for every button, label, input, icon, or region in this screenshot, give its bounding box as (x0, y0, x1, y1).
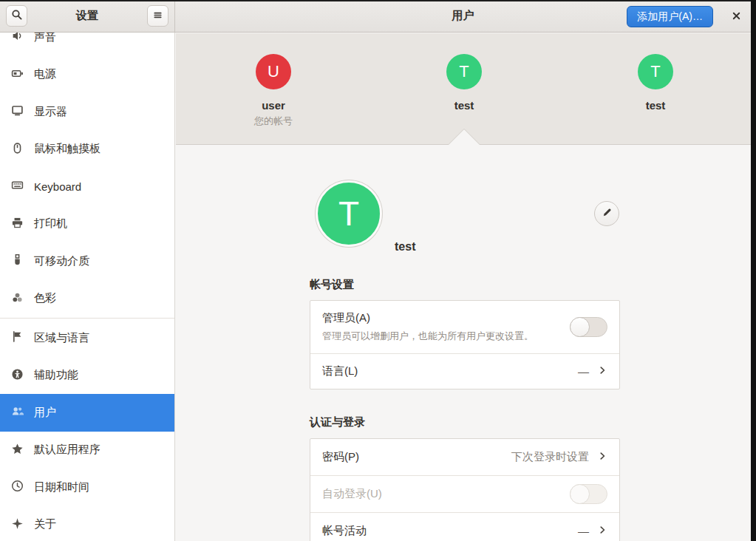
sidebar-item-power[interactable]: 电源 (0, 56, 174, 94)
carousel-user-test-selected[interactable]: T test (420, 54, 508, 112)
battery-icon (11, 67, 24, 82)
user-subtitle: 您的帐号 (229, 115, 318, 128)
usb-icon (11, 254, 24, 268)
sidebar-item-mouse[interactable]: 鼠标和触摸板 (0, 131, 174, 169)
password-row[interactable]: 密码(P) 下次登录时设置 (310, 439, 619, 475)
sidebar-item-label: 关于 (34, 517, 56, 531)
sidebar-item-default-apps[interactable]: 默认应用程序 (0, 432, 174, 469)
sidebar-item-label: 显示器 (34, 105, 67, 119)
user-carousel: U user 您的帐号 T test T test (176, 33, 751, 145)
keyboard-icon (11, 179, 24, 194)
sidebar-item-accessibility[interactable]: 辅助功能 (0, 357, 174, 395)
admin-row-text: 管理员(A) 管理员可以增删用户，也能为所有用户更改设置。 (322, 311, 534, 343)
sidebar-item-label: 用户 (34, 406, 56, 420)
sidebar-item-label: 可移动介质 (34, 254, 89, 268)
users-panel: U user 您的帐号 T test T test T test 帐号设置 (176, 33, 751, 541)
screen-edge-top (0, 0, 756, 1)
account-activity-row[interactable]: 帐号活动 — (310, 512, 619, 541)
account-activity-row-end: — (578, 525, 607, 537)
sidebar-item-color[interactable]: 色彩 (0, 280, 174, 318)
profile-name: test (395, 240, 415, 254)
language-row[interactable]: 语言(L) — (310, 353, 619, 389)
chevron-right-icon (597, 365, 607, 378)
chevron-right-icon (597, 451, 607, 463)
mouse-icon (11, 142, 24, 157)
account-settings-card: 管理员(A) 管理员可以增删用户，也能为所有用户更改设置。 语言(L) — (310, 300, 620, 389)
sidebar-item-removable-media[interactable]: 可移动介质 (0, 242, 174, 280)
toggle-knob (570, 484, 590, 504)
admin-label: 管理员(A) (322, 311, 534, 325)
sidebar-item-label: 辅助功能 (34, 368, 78, 382)
toggle-knob (570, 317, 590, 337)
auth-login-card: 密码(P) 下次登录时设置 自动登录(U) 帐号活动 — (310, 438, 620, 541)
password-row-end: 下次登录时设置 (511, 450, 607, 464)
titlebar: 设置 用户 添加用户(A)… (0, 0, 751, 33)
display-icon (11, 104, 24, 119)
sidebar-item-label: 日期和时间 (34, 480, 89, 494)
pencil-icon (602, 207, 613, 220)
sidebar-item-label: 区域与语言 (34, 331, 89, 345)
speaker-icon (11, 33, 24, 44)
sidebar-separator (0, 318, 174, 319)
admin-row: 管理员(A) 管理员可以增删用户，也能为所有用户更改设置。 (310, 301, 619, 353)
account-activity-label: 帐号活动 (322, 524, 367, 538)
language-value: — (578, 365, 589, 378)
edit-name-button[interactable] (594, 201, 619, 226)
selection-pointer (449, 129, 480, 145)
sidebar-item-label: Keyboard (34, 180, 81, 193)
sidebar: 声音 电源 显示器 鼠标和触摸板 Keyboard 打印机 (0, 33, 175, 541)
user-name: test (611, 99, 700, 112)
sidebar-item-region-language[interactable]: 区域与语言 (0, 319, 174, 357)
sparkle-icon (11, 517, 24, 532)
profile-avatar[interactable]: T (316, 180, 382, 247)
star-icon (11, 443, 24, 457)
close-icon (731, 10, 742, 24)
sidebar-item-displays[interactable]: 显示器 (0, 93, 174, 131)
password-label: 密码(P) (322, 450, 359, 464)
language-row-end: — (578, 365, 607, 378)
titlebar-left: 设置 (0, 0, 175, 32)
autologin-row: 自动登录(U) (310, 475, 619, 512)
color-icon (11, 291, 24, 306)
printer-icon (11, 217, 24, 231)
search-icon (11, 9, 23, 23)
accessibility-icon (11, 368, 24, 383)
admin-description: 管理员可以增删用户，也能为所有用户更改设置。 (322, 330, 534, 343)
admin-toggle[interactable] (570, 317, 607, 337)
sidebar-item-sound[interactable]: 声音 (0, 33, 174, 56)
menu-button[interactable] (147, 5, 168, 27)
account-activity-value: — (578, 525, 589, 537)
sidebar-item-label: 默认应用程序 (34, 443, 101, 457)
autologin-toggle (570, 484, 607, 504)
avatar: U (256, 54, 291, 89)
page-title: 用户 (452, 9, 474, 23)
hamburger-icon (152, 10, 163, 23)
sidebar-item-label: 电源 (34, 67, 56, 81)
clock-icon (11, 480, 24, 494)
add-user-button[interactable]: 添加用户(A)… (627, 6, 713, 27)
avatar: T (446, 54, 482, 89)
language-label: 语言(L) (322, 364, 358, 378)
search-button[interactable] (6, 5, 27, 27)
sidebar-item-date-time[interactable]: 日期和时间 (0, 469, 174, 506)
autologin-label: 自动登录(U) (322, 487, 382, 501)
sidebar-item-label: 色彩 (34, 291, 56, 305)
sidebar-item-about[interactable]: 关于 (0, 506, 174, 541)
sidebar-item-keyboard[interactable]: Keyboard (0, 168, 174, 205)
user-name: user (229, 99, 318, 112)
user-name: test (420, 99, 508, 112)
settings-window: 设置 用户 添加用户(A)… 声音 (0, 0, 751, 541)
avatar: T (638, 54, 673, 89)
sidebar-item-label: 声音 (34, 33, 56, 44)
sidebar-item-users[interactable]: 用户 (0, 394, 174, 432)
close-button[interactable] (727, 7, 746, 26)
sidebar-item-label: 打印机 (34, 217, 67, 231)
password-value: 下次登录时设置 (511, 450, 589, 464)
flag-icon (11, 330, 24, 345)
carousel-user-user[interactable]: U user 您的帐号 (229, 54, 318, 128)
app-title: 设置 (76, 9, 98, 23)
sidebar-item-label: 鼠标和触摸板 (34, 142, 101, 156)
sidebar-item-printers[interactable]: 打印机 (0, 205, 174, 243)
carousel-user-test2[interactable]: T test (611, 54, 700, 112)
screen-edge-right (751, 0, 756, 541)
